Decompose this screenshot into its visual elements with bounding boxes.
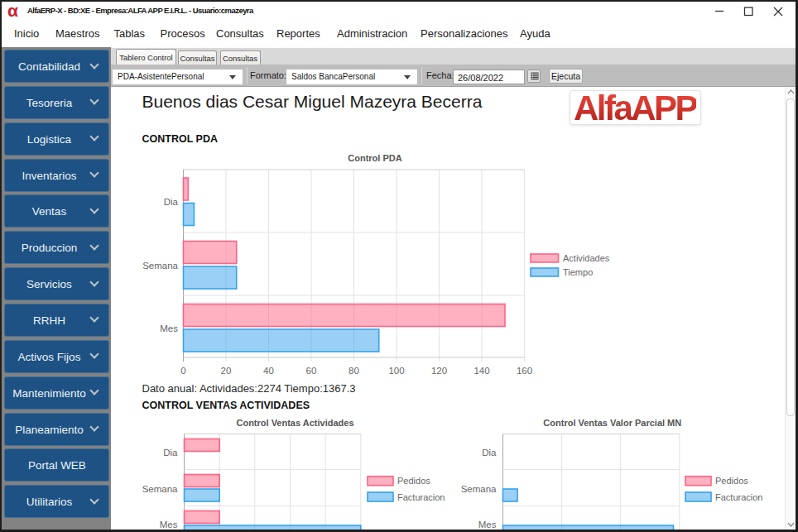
svg-text:Control PDA: Control PDA [348,153,401,163]
svg-text:Control Ventas Actividades: Control Ventas Actividades [236,418,353,428]
svg-text:Mes: Mes [159,520,177,530]
svg-text:80: 80 [349,366,359,376]
svg-text:140: 140 [474,366,489,376]
svg-text:0: 0 [180,366,185,376]
svg-text:Semana: Semana [460,484,496,494]
svg-text:Pedidos: Pedidos [715,476,748,486]
svg-text:Dia: Dia [163,448,178,458]
svg-text:Semana: Semana [142,261,178,271]
svg-text:120: 120 [430,366,446,376]
svg-text:Mes: Mes [478,520,496,530]
svg-text:Actividades: Actividades [563,253,610,263]
svg-text:Control Ventas Valor Parcial M: Control Ventas Valor Parcial MN [543,418,681,428]
svg-text:100: 100 [388,366,404,376]
svg-text:Pedidos: Pedidos [397,476,430,486]
svg-text:Facturacion: Facturacion [397,492,445,502]
svg-text:60: 60 [305,366,316,376]
svg-text:40: 40 [263,366,274,376]
svg-text:Tiempo: Tiempo [563,267,593,277]
svg-text:20: 20 [220,366,231,376]
svg-text:Dia: Dia [482,448,497,458]
svg-text:Facturacion: Facturacion [715,492,762,502]
svg-text:Mes: Mes [160,324,178,333]
svg-text:Semana: Semana [142,484,177,494]
svg-text:Dia: Dia [163,197,178,207]
svg-text:160: 160 [516,366,531,376]
